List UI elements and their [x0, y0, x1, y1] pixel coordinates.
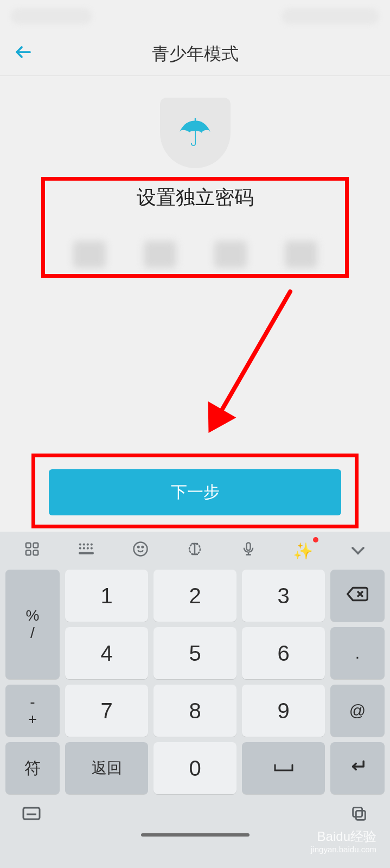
svg-point-7 [87, 543, 89, 545]
umbrella-icon: ☂ [178, 111, 212, 155]
svg-rect-18 [247, 542, 251, 550]
magic-icon[interactable]: ✨ [290, 538, 316, 564]
key-9[interactable]: 9 [242, 685, 325, 737]
svg-point-9 [79, 547, 81, 549]
key-2[interactable]: 2 [154, 570, 236, 622]
key-minus-plus[interactable]: -+ [5, 685, 60, 737]
svg-point-15 [138, 546, 139, 548]
svg-point-16 [142, 546, 144, 548]
key-7[interactable]: 7 [65, 685, 148, 737]
key-0[interactable]: 0 [154, 742, 236, 794]
mic-icon[interactable] [238, 537, 259, 565]
svg-point-10 [83, 547, 85, 549]
watermark-main: Baidu经验 [311, 829, 376, 845]
svg-rect-27 [356, 810, 365, 820]
key-5[interactable]: 5 [154, 627, 236, 679]
key-4[interactable]: 4 [65, 627, 148, 679]
pin-digit-4[interactable] [285, 241, 317, 268]
keyboard: ✨ %/123/456.-+789@符返回0 .kb-grid > :nth-c… [0, 532, 390, 868]
svg-point-6 [83, 543, 85, 545]
pin-digit-3[interactable] [214, 241, 247, 268]
key-space[interactable] [242, 742, 325, 794]
key-1[interactable]: 1 [65, 570, 148, 622]
page-title: 青少年模式 [0, 42, 390, 66]
key-backspace[interactable] [330, 570, 385, 622]
content-area: ☂ 设置独立密码 下一步 [0, 76, 390, 532]
svg-point-12 [91, 547, 93, 549]
next-button[interactable]: 下一步 [49, 469, 341, 515]
key-6[interactable]: 6 [242, 627, 325, 679]
svg-rect-1 [26, 542, 31, 547]
back-arrow-icon[interactable] [14, 42, 33, 66]
emoji-icon[interactable] [129, 538, 152, 564]
apps-icon[interactable] [21, 538, 43, 564]
status-right-blur [282, 8, 379, 24]
key-pct-slash[interactable]: %/ [5, 570, 60, 679]
collapse-icon[interactable] [347, 538, 369, 563]
space-icon [273, 759, 295, 777]
pin-digit-1[interactable] [73, 241, 106, 268]
notification-dot-icon [313, 537, 318, 542]
key-at[interactable]: @ [330, 685, 385, 737]
svg-rect-3 [26, 550, 31, 555]
status-left-blur [11, 8, 92, 24]
watermark: Baidu经验 jingyan.baidu.com [311, 829, 376, 854]
keyboard-layout-icon[interactable] [74, 538, 99, 564]
keyboard-switch-icon[interactable] [22, 806, 41, 827]
enter-icon [348, 759, 367, 778]
svg-point-14 [134, 542, 148, 556]
svg-point-5 [79, 543, 81, 545]
shield-badge: ☂ [160, 98, 231, 168]
svg-rect-2 [34, 542, 39, 547]
svg-point-8 [91, 543, 93, 545]
nav-bar: 青少年模式 [0, 33, 390, 76]
backspace-icon [347, 586, 368, 606]
pin-digit-2[interactable] [144, 241, 176, 268]
watermark-sub: jingyan.baidu.com [311, 845, 376, 854]
copy-icon[interactable] [350, 805, 368, 827]
keyboard-toolbar: ✨ [5, 532, 385, 570]
key-back[interactable]: 返回 [65, 742, 148, 794]
svg-rect-13 [79, 552, 94, 554]
svg-rect-4 [34, 550, 39, 555]
key-enter[interactable] [330, 742, 385, 794]
password-prompt: 设置独立密码 [0, 184, 390, 211]
svg-rect-28 [353, 808, 362, 817]
key-3[interactable]: 3 [242, 570, 325, 622]
pin-input-row[interactable] [0, 241, 390, 268]
home-indicator[interactable] [141, 833, 250, 837]
svg-point-11 [87, 547, 89, 549]
status-bar [0, 0, 390, 33]
cursor-icon[interactable] [182, 538, 207, 564]
key-8[interactable]: 8 [154, 685, 236, 737]
key-dot[interactable]: . [330, 627, 385, 679]
